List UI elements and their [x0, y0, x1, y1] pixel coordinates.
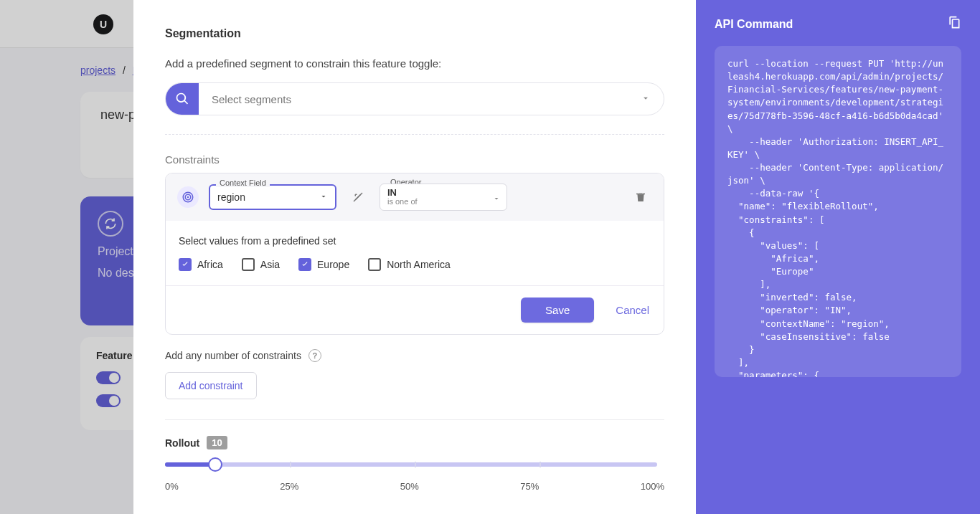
rollout-row: Rollout 10 [165, 436, 664, 449]
checkbox-item[interactable]: Asia [242, 258, 280, 271]
checkbox-label: Asia [260, 259, 280, 270]
svg-line-3 [354, 193, 362, 201]
constraint-actions: Save Cancel [166, 285, 664, 334]
constraint-body: Select values from a predefined set Afri… [166, 221, 664, 285]
segment-selector[interactable]: Select segments [165, 82, 664, 115]
segmentation-title: Segmentation [165, 27, 664, 40]
checkbox-item[interactable]: Europe [298, 258, 349, 271]
copy-icon[interactable] [947, 16, 961, 33]
divider [165, 134, 664, 135]
strategy-modal: Segmentation Add a predefined segment to… [133, 0, 696, 514]
add-constraint-hint: Add any number of constraints ? [165, 349, 664, 362]
operator-value: IN [387, 188, 499, 197]
checkbox-checked-icon[interactable] [298, 258, 311, 271]
constraint-card: Context Field region Operator IN is one … [165, 173, 664, 335]
predefined-values-title: Select values from a predefined set [179, 235, 651, 247]
add-constraint-button[interactable]: Add constraint [165, 372, 257, 399]
segment-placeholder: Select segments [212, 93, 291, 105]
add-constraint-text: Add any number of constraints [165, 350, 301, 361]
checkbox-item[interactable]: Africa [179, 258, 223, 271]
checkbox-label: Europe [317, 259, 349, 270]
checkbox-item[interactable]: North America [368, 258, 451, 271]
search-icon[interactable] [166, 83, 199, 115]
target-icon [177, 186, 199, 208]
rollout-label: Rollout [165, 437, 199, 449]
segmentation-subtitle: Add a predefined segment to constrain th… [165, 57, 664, 70]
context-field-value: region [217, 191, 245, 203]
constraints-title: Constraints [165, 153, 664, 166]
cancel-button[interactable]: Cancel [616, 298, 649, 323]
checkbox-label: North America [387, 259, 451, 270]
context-field-select[interactable]: region [209, 184, 336, 210]
operator-wrap: Operator IN is one of [380, 184, 507, 211]
chevron-down-icon [641, 93, 651, 105]
operator-sub: is one of [387, 197, 499, 206]
slider-tick [415, 462, 416, 467]
operator-select[interactable]: IN is one of [380, 184, 507, 211]
slider-tick [540, 462, 541, 467]
svg-point-2 [187, 196, 189, 198]
checkbox-icon[interactable] [242, 258, 255, 271]
api-command-panel: API Command curl --location --request PU… [696, 0, 980, 514]
help-icon[interactable]: ? [308, 349, 321, 362]
invert-icon[interactable] [347, 186, 369, 209]
checkbox-checked-icon[interactable] [179, 258, 192, 271]
checkbox-label: Africa [197, 259, 223, 270]
delete-button[interactable] [629, 186, 652, 209]
segment-input[interactable]: Select segments [199, 83, 664, 115]
slider-thumb[interactable] [208, 457, 222, 472]
checkbox-icon[interactable] [368, 258, 381, 271]
slider-track [165, 462, 657, 467]
api-command-code[interactable]: curl --location --request PUT 'http://un… [715, 46, 961, 377]
constraint-header: Context Field region Operator IN is one … [166, 173, 664, 221]
checkbox-row: AfricaAsiaEuropeNorth America [179, 258, 651, 271]
divider [165, 419, 664, 420]
save-button[interactable]: Save [521, 298, 594, 323]
context-field-wrap: Context Field region [209, 184, 336, 210]
api-command-title: API Command [715, 18, 793, 31]
chevron-down-icon [492, 193, 501, 206]
chevron-down-icon [319, 191, 328, 203]
rollout-slider[interactable] [165, 455, 664, 484]
slider-tick [290, 462, 291, 467]
context-field-label: Context Field [216, 179, 270, 187]
rollout-value-badge: 10 [207, 436, 227, 449]
